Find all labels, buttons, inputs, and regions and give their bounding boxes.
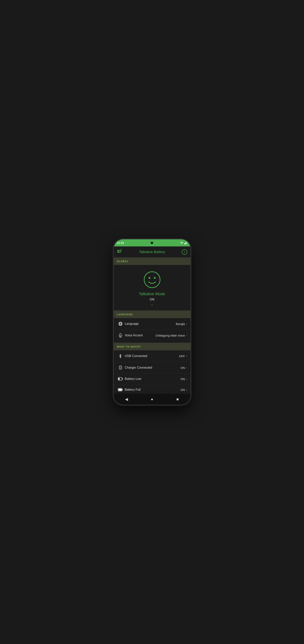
home-button[interactable]: ●	[148, 395, 156, 403]
global-section[interactable]: Talkative Mode ON ⌄	[114, 265, 190, 310]
svg-rect-33	[119, 378, 120, 380]
svg-rect-27	[120, 356, 121, 357]
svg-point-25	[120, 357, 121, 358]
smiley-icon	[143, 271, 161, 288]
svg-rect-18	[120, 334, 121, 336]
info-button[interactable]: i	[182, 249, 187, 255]
app-bar: + Talkative Battery i	[114, 246, 190, 258]
globe-icon	[117, 322, 124, 326]
battery-low-icon: !	[117, 377, 124, 380]
charger-connected-chevron: ›	[186, 366, 187, 370]
voice-accent-item[interactable]: Voice Accent Chittagong Male Voice ›	[114, 330, 190, 341]
signal-icon	[184, 242, 187, 244]
recent-button[interactable]: ■	[174, 395, 181, 403]
wifi-icon	[180, 242, 183, 244]
language-section-header: LANGUAGE	[114, 310, 190, 318]
svg-rect-3	[186, 242, 186, 244]
status-icons	[180, 242, 187, 244]
svg-rect-1	[184, 244, 185, 244]
app-title: Talkative Battery	[139, 250, 165, 254]
global-section-header: GLOBAL	[114, 258, 190, 265]
phone-frame: 11:23 +	[114, 239, 190, 405]
talkative-mode-label: Talkative Mode	[139, 292, 165, 296]
usb-connected-value: OFF	[179, 354, 185, 358]
svg-point-12	[154, 277, 156, 279]
battery-app-icon: +	[117, 248, 123, 255]
status-bar: 11:23	[114, 239, 190, 246]
svg-rect-32	[122, 378, 123, 380]
battery-full-value: ON	[181, 388, 185, 392]
language-header-text: LANGUAGE	[117, 313, 133, 316]
svg-text:+: +	[121, 249, 122, 250]
status-time: 11:23	[117, 241, 124, 244]
usb-connected-label: USB Connected	[125, 354, 179, 358]
back-button[interactable]: ◀	[123, 395, 131, 403]
main-content: GLOBAL Talkative Mode ON ⌄ LANGUAGE	[114, 258, 190, 394]
talkative-mode-chevron[interactable]: ⌄	[151, 302, 153, 306]
battery-full-icon	[117, 388, 124, 391]
svg-point-10	[144, 272, 160, 288]
language-label: Language	[125, 322, 176, 326]
battery-full-item[interactable]: Battery Full ON ›	[114, 384, 190, 394]
language-chevron: ›	[186, 322, 187, 326]
usb-connected-item[interactable]: USB Connected OFF ›	[114, 350, 190, 362]
language-item[interactable]: Language Bangla ›	[114, 318, 190, 330]
svg-rect-36	[122, 389, 123, 390]
bottom-nav: ◀ ● ■	[114, 394, 190, 405]
svg-rect-7	[118, 250, 120, 252]
svg-rect-37	[119, 389, 122, 391]
voice-accent-label: Voice Accent	[125, 334, 156, 337]
notify-section: WHAT TO NOTIFY USB Connected OF	[114, 343, 190, 394]
voice-accent-value: Chittagong Male Voice	[155, 334, 185, 337]
charger-connected-label: Charger Connected	[125, 366, 181, 370]
svg-point-11	[149, 277, 150, 279]
voice-icon	[117, 333, 124, 338]
battery-low-label: Battery Low	[125, 377, 181, 381]
usb-connected-chevron: ›	[186, 354, 187, 358]
language-section: LANGUAGE Language Bangla ›	[114, 310, 190, 343]
svg-rect-4	[186, 242, 187, 244]
talkative-mode-value: ON	[150, 298, 154, 301]
svg-text:!: !	[120, 378, 120, 380]
battery-low-chevron: ›	[186, 377, 187, 381]
notify-header-text: WHAT TO NOTIFY	[117, 346, 141, 348]
battery-low-item[interactable]: ! Battery Low ON ›	[114, 374, 190, 384]
usb-icon	[117, 354, 124, 358]
global-header-text: GLOBAL	[117, 260, 129, 263]
battery-low-value: ON	[181, 377, 185, 381]
notify-section-header: WHAT TO NOTIFY	[114, 343, 190, 350]
svg-rect-6	[121, 251, 121, 252]
svg-rect-2	[185, 243, 185, 244]
voice-accent-chevron: ›	[186, 334, 187, 337]
svg-point-0	[181, 244, 182, 244]
charger-icon	[117, 366, 124, 370]
battery-full-chevron: ›	[186, 388, 187, 392]
charger-connected-value: ON	[181, 366, 185, 370]
language-value: Bangla	[176, 322, 185, 326]
charger-connected-item[interactable]: Charger Connected ON ›	[114, 362, 190, 374]
camera-dot	[151, 242, 153, 244]
battery-full-label: Battery Full	[125, 388, 181, 392]
